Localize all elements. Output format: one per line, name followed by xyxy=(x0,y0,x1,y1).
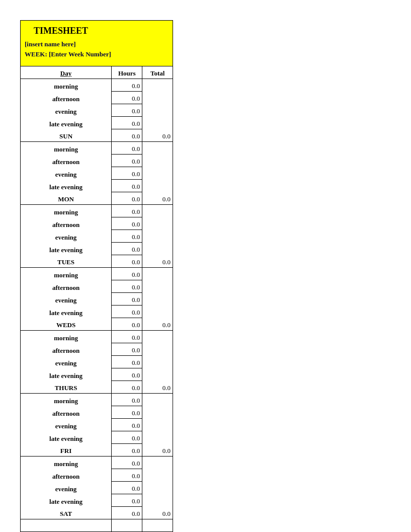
table-row: evening0.0 xyxy=(21,104,173,117)
day-hours-sum: 0.0 xyxy=(112,381,142,394)
day-total-row: THURS0.00.0 xyxy=(21,381,173,394)
day-name: WEDS xyxy=(21,318,112,331)
table-row: morning0.0 xyxy=(21,142,173,155)
slot-label: afternoon xyxy=(21,217,112,230)
day-total-row: TUES0.00.0 xyxy=(21,255,173,268)
hours-cell[interactable]: 0.0 xyxy=(112,280,142,293)
hours-cell[interactable]: 0.0 xyxy=(112,205,142,217)
total-cell xyxy=(142,104,173,117)
slot-label: late evening xyxy=(21,306,112,318)
table-row: afternoon0.0 xyxy=(21,280,173,293)
slot-label: afternoon xyxy=(21,343,112,356)
day-total-row: SUN0.00.0 xyxy=(21,129,173,142)
slot-label: late evening xyxy=(21,431,112,444)
slot-label: morning xyxy=(21,142,112,155)
slot-label: morning xyxy=(21,268,112,280)
total-cell xyxy=(142,117,173,129)
total-cell xyxy=(142,92,173,104)
col-hours: Hours xyxy=(112,66,142,79)
table-row: morning0.0 xyxy=(21,457,173,469)
slot-label: evening xyxy=(21,419,112,431)
hours-cell[interactable]: 0.0 xyxy=(112,230,142,243)
week-placeholder[interactable]: WEEK: [Enter Week Number] xyxy=(25,49,169,59)
hours-cell[interactable]: 0.0 xyxy=(112,368,142,381)
total-cell xyxy=(142,419,173,431)
day-name: SUN xyxy=(21,129,112,142)
hours-cell[interactable]: 0.0 xyxy=(112,343,142,356)
total-cell xyxy=(142,394,173,406)
hours-cell[interactable]: 0.0 xyxy=(112,394,142,406)
total-cell xyxy=(142,280,173,293)
hours-cell[interactable]: 0.0 xyxy=(112,268,142,280)
table-row: late evening0.0 xyxy=(21,494,173,507)
table-row: late evening0.0 xyxy=(21,431,173,444)
hours-cell[interactable]: 0.0 xyxy=(112,406,142,419)
day-hours-sum: 0.0 xyxy=(112,318,142,331)
table-row: afternoon0.0 xyxy=(21,155,173,167)
table-row: late evening0.0 xyxy=(21,368,173,381)
hours-cell[interactable]: 0.0 xyxy=(112,331,142,343)
hours-cell[interactable]: 0.0 xyxy=(112,155,142,167)
table-row: afternoon0.0 xyxy=(21,343,173,356)
slot-label: morning xyxy=(21,331,112,343)
spacer-row xyxy=(21,519,173,532)
name-placeholder[interactable]: [insert name here] xyxy=(25,39,169,49)
total-cell xyxy=(142,155,173,167)
hours-cell[interactable]: 0.0 xyxy=(112,356,142,368)
hours-cell[interactable]: 0.0 xyxy=(112,167,142,180)
day-name: FRI xyxy=(21,444,112,457)
col-total: Total xyxy=(142,66,173,79)
slot-label: late evening xyxy=(21,494,112,507)
day-hours-sum: 0.0 xyxy=(112,444,142,457)
slot-label: afternoon xyxy=(21,406,112,419)
hours-cell[interactable]: 0.0 xyxy=(112,431,142,444)
hours-cell[interactable]: 0.0 xyxy=(112,457,142,469)
table-row: evening0.0 xyxy=(21,419,173,431)
table-row: evening0.0 xyxy=(21,230,173,243)
hours-cell[interactable]: 0.0 xyxy=(112,92,142,104)
hours-cell[interactable]: 0.0 xyxy=(112,180,142,192)
day-total: 0.0 xyxy=(142,381,173,394)
total-cell xyxy=(142,180,173,192)
table-row: morning0.0 xyxy=(21,268,173,280)
slot-label: evening xyxy=(21,104,112,117)
timesheet: TIMESHEET [insert name here] WEEK: [Ente… xyxy=(20,20,173,532)
slot-label: morning xyxy=(21,394,112,406)
hours-cell[interactable]: 0.0 xyxy=(112,142,142,155)
table-row: afternoon0.0 xyxy=(21,469,173,482)
hours-cell[interactable]: 0.0 xyxy=(112,217,142,230)
hours-cell[interactable]: 0.0 xyxy=(112,79,142,92)
slot-label: afternoon xyxy=(21,155,112,167)
total-cell xyxy=(142,331,173,343)
total-cell xyxy=(142,142,173,155)
hours-cell[interactable]: 0.0 xyxy=(112,482,142,494)
day-total: 0.0 xyxy=(142,255,173,268)
hours-cell[interactable]: 0.0 xyxy=(112,494,142,507)
total-cell xyxy=(142,457,173,469)
table-header-row: Day Hours Total xyxy=(21,66,173,79)
total-cell xyxy=(142,368,173,381)
hours-cell[interactable]: 0.0 xyxy=(112,419,142,431)
hours-cell[interactable]: 0.0 xyxy=(112,306,142,318)
table-row: late evening0.0 xyxy=(21,243,173,255)
slot-label: afternoon xyxy=(21,92,112,104)
table-row: morning0.0 xyxy=(21,331,173,343)
total-cell xyxy=(142,406,173,419)
hours-cell[interactable]: 0.0 xyxy=(112,293,142,306)
slot-label: late evening xyxy=(21,243,112,255)
table-row: afternoon0.0 xyxy=(21,217,173,230)
total-cell xyxy=(142,356,173,368)
hours-cell[interactable]: 0.0 xyxy=(112,469,142,482)
slot-label: late evening xyxy=(21,368,112,381)
total-cell xyxy=(142,268,173,280)
slot-label: evening xyxy=(21,482,112,494)
hours-cell[interactable]: 0.0 xyxy=(112,104,142,117)
day-hours-sum: 0.0 xyxy=(112,255,142,268)
slot-label: late evening xyxy=(21,180,112,192)
day-total: 0.0 xyxy=(142,192,173,205)
total-cell xyxy=(142,205,173,217)
slot-label: afternoon xyxy=(21,280,112,293)
hours-cell[interactable]: 0.0 xyxy=(112,117,142,129)
day-total-row: MON0.00.0 xyxy=(21,192,173,205)
hours-cell[interactable]: 0.0 xyxy=(112,243,142,255)
